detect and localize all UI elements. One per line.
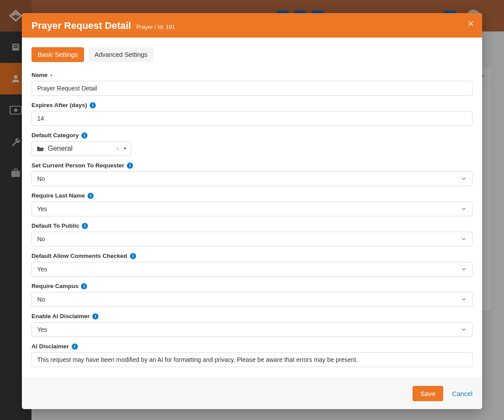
tab-advanced-settings[interactable]: Advanced Settings xyxy=(88,47,154,62)
label-name-text: Name xyxy=(32,72,48,78)
set-current-person-value: No xyxy=(37,175,45,182)
folder-open-icon xyxy=(36,146,44,152)
label-default-allow-comments-text: Default Allow Comments Checked xyxy=(32,253,127,259)
default-allow-comments-value: Yes xyxy=(37,266,47,273)
info-icon[interactable]: i xyxy=(130,253,136,259)
label-name: Name • xyxy=(32,72,472,78)
category-dropdown-toggle[interactable] xyxy=(123,145,127,153)
info-icon[interactable]: i xyxy=(88,193,94,199)
require-campus-value: No xyxy=(37,296,45,303)
label-expires: Expires After (days) i xyxy=(32,102,472,108)
chevron-down-icon xyxy=(461,326,467,333)
label-enable-ai: Enable AI Disclaimer i xyxy=(32,313,472,319)
cancel-button[interactable]: Cancel xyxy=(452,390,472,397)
default-to-public-value: No xyxy=(37,236,45,243)
label-ai-disclaimer-text: AI Disclaimer xyxy=(32,343,69,350)
chevron-down-icon xyxy=(461,176,467,182)
default-to-public-select[interactable]: No xyxy=(32,232,472,246)
required-marker: • xyxy=(50,72,52,78)
field-require-campus: Require Campus i No xyxy=(32,283,472,307)
tabs: Basic Settings Advanced Settings xyxy=(32,47,472,62)
label-require-last-name-text: Require Last Name xyxy=(32,192,85,199)
label-default-to-public-text: Default To Public xyxy=(32,222,79,229)
label-enable-ai-text: Enable AI Disclaimer xyxy=(32,313,90,319)
category-clear[interactable]: × xyxy=(116,145,119,152)
label-set-current-person: Set Current Person To Requester i xyxy=(32,162,472,169)
label-default-to-public: Default To Public i xyxy=(32,222,472,229)
close-icon xyxy=(467,20,474,27)
field-enable-ai: Enable AI Disclaimer i Yes xyxy=(32,313,472,337)
field-default-to-public: Default To Public i No xyxy=(32,222,472,246)
default-allow-comments-select[interactable]: Yes xyxy=(32,262,472,277)
category-picker-value: General xyxy=(48,145,73,153)
save-button[interactable]: Save xyxy=(413,386,443,401)
field-default-allow-comments: Default Allow Comments Checked i Yes xyxy=(32,253,472,277)
label-require-campus-text: Require Campus xyxy=(32,283,78,289)
modal-subtitle: Prayer / Id: 191 xyxy=(136,24,175,30)
chevron-down-icon xyxy=(461,266,467,272)
field-default-category: Default Category i General × xyxy=(32,132,472,156)
field-name: Name • xyxy=(32,72,472,96)
modal-title: Prayer Request Detail xyxy=(32,20,131,31)
field-ai-disclaimer: AI Disclaimer i xyxy=(32,343,472,367)
enable-ai-value: Yes xyxy=(37,326,47,333)
require-last-name-select[interactable]: Yes xyxy=(32,201,472,216)
settings-modal: Prayer Request Detail Prayer / Id: 191 B… xyxy=(22,13,482,409)
field-require-last-name: Require Last Name i Yes xyxy=(32,192,472,216)
modal-footer: Save Cancel xyxy=(22,378,482,409)
info-icon[interactable]: i xyxy=(90,102,96,108)
label-require-campus: Require Campus i xyxy=(32,283,472,289)
label-default-allow-comments: Default Allow Comments Checked i xyxy=(32,253,472,259)
tab-basic-settings[interactable]: Basic Settings xyxy=(32,47,84,62)
enable-ai-select[interactable]: Yes xyxy=(32,322,472,337)
label-default-category: Default Category i xyxy=(32,132,472,139)
field-expires: Expires After (days) i xyxy=(32,102,472,126)
label-set-current-person-text: Set Current Person To Requester xyxy=(32,162,124,169)
chevron-down-icon xyxy=(461,206,467,212)
info-icon[interactable]: i xyxy=(127,163,133,169)
require-last-name-value: Yes xyxy=(37,205,47,212)
field-set-current-person: Set Current Person To Requester i No xyxy=(32,162,472,186)
modal-header: Prayer Request Detail Prayer / Id: 191 xyxy=(22,13,482,38)
info-icon[interactable]: i xyxy=(72,344,78,350)
chevron-down-icon xyxy=(461,296,467,302)
info-icon[interactable]: i xyxy=(82,223,88,229)
info-icon[interactable]: i xyxy=(92,313,98,319)
set-current-person-select[interactable]: No xyxy=(32,171,472,186)
ai-disclaimer-input[interactable] xyxy=(32,352,472,367)
label-ai-disclaimer: AI Disclaimer i xyxy=(32,343,472,350)
category-picker[interactable]: General × xyxy=(32,141,131,156)
require-campus-select[interactable]: No xyxy=(32,292,472,307)
name-input[interactable] xyxy=(32,81,472,96)
close-button[interactable] xyxy=(467,19,474,29)
label-default-category-text: Default Category xyxy=(32,132,79,139)
modal-body: Basic Settings Advanced Settings Name • … xyxy=(22,38,482,378)
info-icon[interactable]: i xyxy=(81,283,87,289)
caret-down-icon xyxy=(123,146,127,151)
expires-input[interactable] xyxy=(32,111,472,126)
label-expires-text: Expires After (days) xyxy=(32,102,87,108)
info-icon[interactable]: i xyxy=(81,132,88,139)
chevron-down-icon xyxy=(461,236,467,242)
label-require-last-name: Require Last Name i xyxy=(32,192,472,199)
